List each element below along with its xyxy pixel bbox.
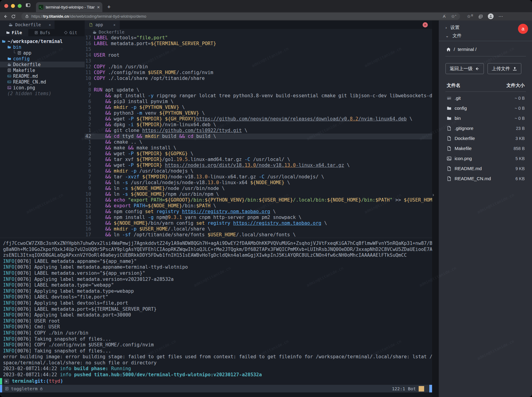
shell-prompt[interactable]: terminal git:(ttyd) [0, 378, 432, 384]
file-row-readme-md[interactable]: README.md9 KB [445, 163, 526, 173]
terminal-output[interactable]: /fj7CcwoCW7ZXBc3snKxZNYHpbh7uhwOvx2lsi4W… [0, 238, 432, 385]
code-line[interactable]: 16LABEL metadata.port=${TERMINAL_SERVER_… [85, 41, 432, 47]
code-line[interactable]: 10COPY ./.local/share /opt/titanide/shar… [85, 76, 432, 81]
column-filesize: 文件大小 [506, 83, 525, 88]
user-avatar[interactable]: a [518, 24, 528, 34]
code-line[interactable]: 6 && pip3 install pynvim \ [85, 99, 432, 105]
collections-icon[interactable] [478, 14, 483, 19]
tree-item-label: (2 hidden items) [7, 91, 51, 96]
tree-item--2-hidden-items-[interactable]: (2 hidden items) [0, 91, 85, 96]
section-files[interactable]: ⌄ 文件 [439, 32, 532, 41]
line-number: 42 [85, 134, 94, 139]
upload-file-button[interactable]: 上传文件 [488, 63, 521, 74]
code-line[interactable]: 5 && wget -P ${TMPDIR} https://nodejs.or… [85, 163, 432, 168]
tab-close-icon[interactable]: ✕ [97, 5, 100, 9]
file-row-readme-cn-md[interactable]: README_CN.md6 KB [445, 173, 526, 184]
file-table: git.git~ 0 Bconfig~ 0 Bbin~ 0 B.gitignor… [445, 93, 526, 184]
tree-item-icon-png[interactable]: icon.png [0, 85, 85, 91]
code-line[interactable]: 4 && tar xvf ${TMPDIR}/go1.19.5.linux-am… [85, 157, 432, 163]
refresh-icon[interactable] [11, 14, 16, 19]
code-line[interactable]: 10 && ln -s ${NODE_HOME}/npm /usr/bin/np… [85, 191, 432, 197]
panel-divider[interactable]: › [432, 20, 439, 397]
code-line[interactable]: 12COPY ./bin /usr/bin [85, 64, 432, 70]
code-line[interactable]: 1 && cmake .. \ [85, 139, 432, 145]
minimize-window-button[interactable] [11, 4, 15, 8]
code-line[interactable]: 5 && mkdir -p ${PYTHON_VENV} \ [85, 105, 432, 110]
file-row-bin[interactable]: bin~ 0 B [445, 113, 526, 123]
file-row--git[interactable]: git.git~ 0 B [445, 93, 526, 103]
back-icon[interactable] [3, 14, 8, 19]
line-number: 4 [85, 157, 94, 163]
close-icon[interactable]: ✕ [49, 23, 51, 27]
code-line[interactable]: 15 && ${NODE_HOME}/bin/yarn config set r… [85, 220, 432, 226]
code-line[interactable]: 16 && mkdir -p $USER_HOME/.local/share \ [85, 226, 432, 232]
favorites-icon[interactable]: ☆☰ [467, 14, 473, 19]
code-line-current[interactable]: 42 && cd ttyd && mkdir build && cd build… [85, 134, 432, 139]
code-line[interactable]: 9 [85, 81, 432, 87]
tree-item--workspace-terminal[interactable]: ~/workspace/terminal [0, 38, 85, 44]
tab-label: Bufs [40, 30, 50, 35]
code-line[interactable]: 7 && tar -xvzf ${TMPDIR}/node-v18.13.0-l… [85, 174, 432, 180]
code-line[interactable]: 12 && export PATH=${NODE_HOME}/bin:$PATH… [85, 203, 432, 209]
code-line[interactable]: 11COPY ./config/nvim $USER_HOME/.config/… [85, 70, 432, 76]
close-icon[interactable]: ✕ [113, 23, 115, 27]
code-line[interactable]: 17 && ln -sf /opt/titanide/share/fonts $… [85, 232, 432, 238]
code-line[interactable]: 2 && make && make install \ [85, 145, 432, 151]
code-line[interactable]: 4 && python3 -m venv ${PYTHON_VENV} \ [85, 110, 432, 116]
code-line[interactable]: 8RUN apt update \ [85, 87, 432, 93]
tree-item-app[interactable]: └app [0, 50, 85, 56]
explorer-tab-git[interactable]: Git [56, 29, 85, 36]
line-number: 4 [85, 110, 94, 116]
tree-item-makefile[interactable]: Makefile [0, 67, 85, 73]
sidebar-tab-dockerfile[interactable]: Dockerfile ✕ [0, 20, 55, 29]
close-all-button[interactable]: ✕ [423, 22, 428, 27]
code-line[interactable]: 3 && wget -P ${TMPDIR} ${GH_PROXY}https:… [85, 116, 432, 122]
code-editor[interactable]: app ✕ ✕ Dockerfile 17LABEL devtools="fil… [85, 20, 432, 238]
tree-item-dockerfile[interactable]: Dockerfile [0, 62, 85, 67]
tree-item-readme-cn-md[interactable]: README_CN.md [0, 79, 85, 85]
browser-menu-icon[interactable]: ⋯ [498, 14, 503, 19]
code-lines[interactable]: 17LABEL devtools="file,port"16LABEL meta… [85, 35, 432, 238]
tree-item-readme-md[interactable]: README.md [0, 73, 85, 79]
code-line[interactable]: 8 && ln -s /usr/local/nodejs/node-v18.13… [85, 180, 432, 186]
code-line[interactable]: 3 && wget -P ${TMPDIR} ${GOPKG} \ [85, 151, 432, 157]
file-row-icon-png[interactable]: icon.png5 KB [445, 153, 526, 163]
code-line[interactable]: 11 && echo "export PATH=${GOROOT}/bin:${… [85, 197, 432, 203]
line-number: 15 [85, 47, 94, 52]
home-icon[interactable] [446, 47, 451, 52]
code-line[interactable]: 7 && apt install -y ripgrep ranger lolca… [85, 93, 432, 99]
file-row--gitignore[interactable]: .gitignore23 B [445, 123, 526, 133]
tree-item-bin[interactable]: bin [0, 44, 85, 50]
editor-tab-app[interactable]: app ✕ [85, 20, 120, 29]
browser-sidebar-toggle-icon[interactable] [26, 3, 30, 8]
code-line[interactable]: 13 && npm config set registry https://re… [85, 209, 432, 215]
code-line[interactable]: 13 [85, 58, 432, 64]
code-line[interactable]: 17LABEL devtools="file,port" [85, 35, 432, 41]
file-name: README_CN.md [455, 176, 512, 181]
code-line[interactable]: 14USER root [85, 52, 432, 58]
file-row-dockerfile[interactable]: Dockerfile3 KB [445, 133, 526, 143]
code-line[interactable]: 9 && ln -s ${NODE_HOME}/node /usr/bin/no… [85, 186, 432, 191]
explorer-tab-bufs[interactable]: Bufs [28, 29, 57, 36]
tree-item-label: ~/workspace/terminal [8, 39, 63, 44]
browser-profile-avatar[interactable] [488, 13, 494, 19]
read-aloud-icon[interactable]: Aʻ [443, 14, 445, 19]
code-line[interactable]: 6 && mkdir -p /usr/local/nodejs \ [85, 168, 432, 174]
code-line[interactable]: 1 && git clone https://github.com/tsl092… [85, 128, 432, 134]
file-row-config[interactable]: config~ 0 B [445, 103, 526, 113]
new-tab-button[interactable]: + [107, 4, 111, 12]
address-bar[interactable]: https://try.titanide.cn/ide/web/coding/t… [21, 13, 460, 20]
file-size: 5 KB [516, 156, 525, 161]
collapse-panel-icon[interactable]: › [432, 192, 434, 198]
go-up-button[interactable]: 返回上一级 [445, 63, 484, 74]
add-favorite-icon[interactable]: ☆+ [451, 14, 456, 19]
maximize-window-button[interactable] [18, 4, 22, 8]
code-line[interactable]: 15 [85, 47, 432, 52]
file-row-makefile[interactable]: Makefile858 B [445, 143, 526, 153]
browser-tab[interactable]: >_ terminal-ttyd-wlotnipo - TitanI ✕ [36, 2, 102, 12]
code-line[interactable]: 14 && npm install -g npm@9.3.1 yarn cnpm… [85, 215, 432, 220]
explorer-tab-file[interactable]: File [0, 29, 28, 36]
close-window-button[interactable] [4, 4, 8, 8]
code-line[interactable]: 2 && dpkg -i ${TMPDIR}/nvim-linux64.deb … [85, 122, 432, 128]
tree-item-config[interactable]: config [0, 56, 85, 62]
